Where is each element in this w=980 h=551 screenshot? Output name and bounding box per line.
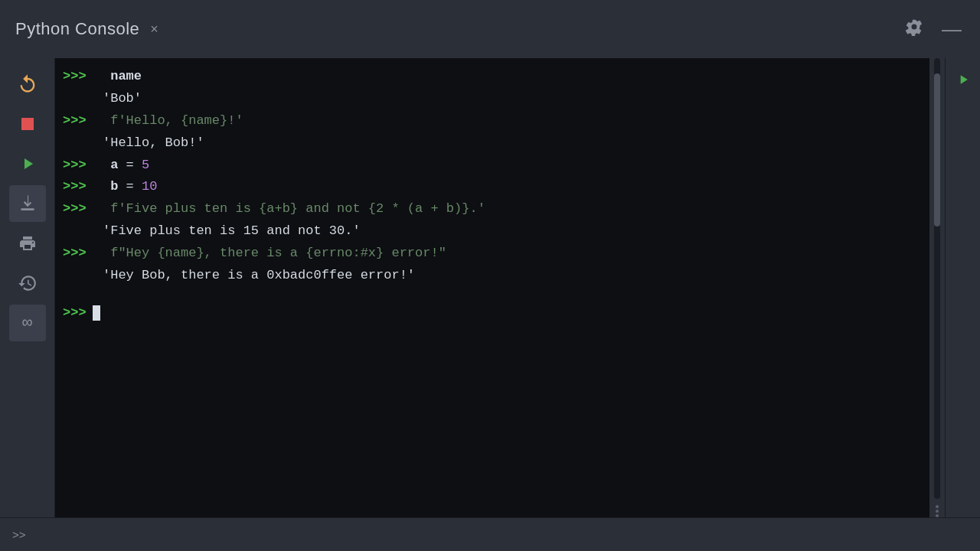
- minimize-icon[interactable]: —: [942, 18, 962, 41]
- scroll-handle-dot-3: [936, 514, 939, 517]
- prompt-4: >>>: [63, 176, 96, 198]
- run-button[interactable]: [9, 145, 46, 182]
- right-panel: [945, 58, 980, 517]
- prompt-1: >>>: [63, 66, 96, 88]
- scroll-handle-dot-1: [936, 505, 939, 508]
- prompt-6: >>>: [63, 243, 96, 265]
- code-eq-3: =: [118, 155, 142, 177]
- svg-rect-0: [21, 118, 34, 130]
- code-var-3: a: [103, 155, 118, 177]
- history-button[interactable]: [9, 265, 46, 302]
- console-line-2: >>> f'Hello, {name}!': [63, 110, 917, 132]
- code-num-4: 10: [142, 176, 157, 198]
- scroll-handle-dot-2: [936, 510, 939, 513]
- code-num-3: 5: [142, 155, 149, 177]
- prompt-2: >>>: [63, 110, 96, 132]
- console-line-1: >>> name: [63, 66, 917, 88]
- prompt-5: >>>: [63, 198, 96, 220]
- main-layout: ∞ >>> name 'Bob' >>> f'Hello, {name}!' '…: [0, 58, 980, 517]
- code-2: f'Hello, {name}!': [103, 110, 243, 132]
- svg-rect-1: [21, 209, 34, 210]
- print-button[interactable]: [9, 225, 46, 262]
- console-line-3: >>> a = 5: [63, 155, 917, 177]
- input-prompt: >>>: [63, 302, 87, 324]
- rerun-button[interactable]: [9, 66, 46, 103]
- prompt-3: >>>: [63, 155, 96, 177]
- settings-icon[interactable]: [905, 18, 923, 41]
- console-line-4: >>> b = 10: [63, 176, 917, 198]
- left-sidebar: ∞: [0, 58, 55, 517]
- input-line[interactable]: >>>: [63, 302, 917, 324]
- output-2: 'Hello, Bob!': [63, 132, 917, 155]
- code-5: f'Five plus ten is {a+b} and not {2 * (a…: [103, 198, 485, 220]
- title-bar: Python Console × —: [0, 0, 980, 58]
- stop-button[interactable]: [9, 106, 46, 142]
- window-title: Python Console: [15, 19, 139, 39]
- code-6: f"Hey {name}, there is a {errno:#x} erro…: [103, 243, 446, 265]
- scroll-track: [934, 58, 940, 499]
- close-tab-button[interactable]: ×: [150, 21, 158, 37]
- code-eq-4: =: [118, 176, 142, 198]
- code-1: name: [103, 66, 142, 88]
- scroll-thumb[interactable]: [934, 73, 940, 227]
- scroll-handle-area: [933, 505, 942, 517]
- bottom-bar: >>: [0, 517, 980, 551]
- expand-chevron[interactable]: >>: [12, 528, 26, 541]
- console-area[interactable]: >>> name 'Bob' >>> f'Hello, {name}!' 'He…: [55, 58, 929, 517]
- output-5: 'Five plus ten is 15 and not 30.': [63, 220, 917, 243]
- console-line-6: >>> f"Hey {name}, there is a {errno:#x} …: [63, 243, 917, 265]
- record-button[interactable]: ∞: [9, 305, 46, 341]
- console-line-5: >>> f'Five plus ten is {a+b} and not {2 …: [63, 198, 917, 220]
- code-var-4: b: [103, 176, 118, 198]
- cursor: [93, 305, 100, 321]
- execute-button[interactable]: [949, 66, 977, 93]
- spacer: [63, 287, 917, 298]
- output-6: 'Hey Bob, there is a 0xbadc0ffee error!': [63, 265, 917, 287]
- scrollbar[interactable]: [929, 58, 945, 517]
- import-button[interactable]: [9, 185, 46, 222]
- title-actions: —: [905, 18, 962, 41]
- output-1: 'Bob': [63, 88, 917, 110]
